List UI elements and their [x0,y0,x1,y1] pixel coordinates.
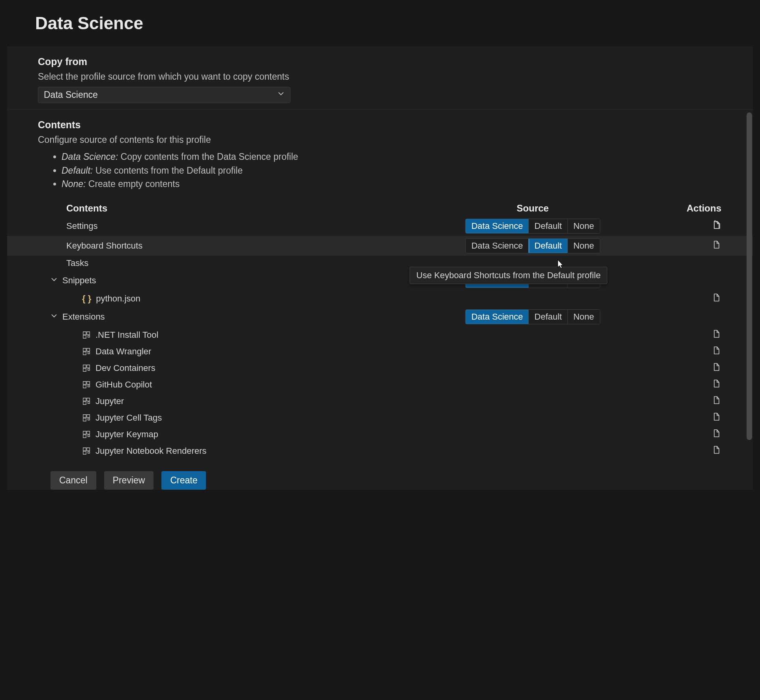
settings-source-default[interactable]: Default [528,219,567,233]
open-file-icon[interactable] [712,220,721,232]
create-button[interactable]: Create [161,471,206,490]
extension-icon [82,347,91,356]
row-ext-item: Jupyter Cell Tags [7,410,753,426]
header-source: Source [416,203,650,214]
extension-icon [82,447,91,455]
row-snippets-label: Snippets [62,275,96,286]
copy-from-heading: Copy from [38,56,737,67]
open-file-icon[interactable] [712,395,721,407]
header-contents: Contents [7,203,416,214]
bullet-default: Default: Use contents from the Default p… [62,164,737,178]
row-tasks: Tasks [7,256,753,271]
row-ext-item: .NET Install Tool [7,327,753,343]
ext-item-label: GitHub Copilot [95,380,152,390]
row-extensions: Extensions Data Science Default None [7,307,753,327]
row-ext-item: Jupyter Keymap [7,426,753,443]
extension-icon [82,397,91,406]
preview-button[interactable]: Preview [104,471,154,490]
extension-icon [82,414,91,422]
header-actions: Actions [650,203,737,214]
extension-icon [82,430,91,439]
open-file-icon[interactable] [712,412,721,424]
keyboard-source-none[interactable]: None [567,239,600,253]
contents-bullets: Data Science: Copy contents from the Dat… [38,150,737,191]
page-title: Data Science [0,0,760,42]
row-ext-item: GitHub Copilot [7,376,753,393]
keyboard-source-default[interactable]: Default [528,239,567,253]
row-ext-item: Jupyter [7,393,753,410]
keyboard-source-data-science[interactable]: Data Science [466,239,528,253]
tooltip: Use Keyboard Shortcuts from the Default … [410,267,607,284]
row-extensions-label: Extensions [62,312,105,322]
ext-item-label: Jupyter Notebook Renderers [95,446,206,456]
ext-item-label: Jupyter [95,396,124,406]
ext-item-label: Jupyter Keymap [95,429,158,440]
json-icon: { } [82,294,91,304]
settings-source-none[interactable]: None [567,219,600,233]
ext-item-label: .NET Install Tool [95,330,158,340]
snippet-file-label: python.json [96,294,140,304]
table-header-row: Contents Source Actions [7,200,753,216]
copy-from-desc: Select the profile source from which you… [38,71,737,82]
contents-heading: Contents [38,119,737,131]
chevron-down-icon[interactable] [51,312,58,322]
row-ext-item: Data Wrangler [7,343,753,360]
open-file-icon[interactable] [712,362,721,374]
copy-from-section: Copy from Select the profile source from… [7,47,753,109]
extension-icon [82,331,91,339]
extensions-source-data-science[interactable]: Data Science [466,310,528,324]
scrollbar[interactable] [747,112,752,440]
contents-section: Contents Configure source of contents fo… [7,109,753,197]
settings-source-group: Data Science Default None [465,219,600,234]
cancel-button[interactable]: Cancel [51,471,96,490]
settings-source-data-science[interactable]: Data Science [466,219,528,233]
open-file-icon[interactable] [712,429,721,440]
profile-editor-panel: Copy from Select the profile source from… [7,47,753,490]
extensions-source-none[interactable]: None [567,310,600,324]
copy-from-dropdown[interactable]: Data Science [38,87,290,103]
open-file-icon[interactable] [712,329,721,341]
footer-buttons: Cancel Preview Create [7,459,753,490]
keyboard-source-group: Data Science Default None [465,238,600,253]
row-settings: Settings Data Science Default None [7,216,753,236]
row-keyboard-shortcuts: Keyboard Shortcuts Data Science Default … [7,236,753,256]
chevron-down-icon[interactable] [51,275,58,286]
ext-item-label: Jupyter Cell Tags [95,413,162,423]
open-file-icon[interactable] [712,379,721,391]
extension-icon [82,380,91,389]
open-file-icon[interactable] [712,346,721,357]
row-ext-item: Dev Containers [7,360,753,376]
open-file-icon[interactable] [712,293,721,305]
row-keyboard-label: Keyboard Shortcuts [7,241,416,251]
ext-item-label: Dev Containers [95,363,155,373]
chevron-down-icon [277,90,285,99]
contents-desc: Configure source of contents for this pr… [38,135,737,145]
contents-table: Contents Source Actions Settings Data Sc… [7,200,753,459]
ext-item-label: Data Wrangler [95,346,151,357]
copy-from-selected: Data Science [44,90,98,100]
open-file-icon[interactable] [712,445,721,457]
bullet-none: None: Create empty contents [62,177,737,191]
bullet-data-science: Data Science: Copy contents from the Dat… [62,150,737,164]
row-settings-label: Settings [7,221,416,231]
extensions-source-default[interactable]: Default [528,310,567,324]
row-ext-item: Jupyter Notebook Renderers [7,443,753,459]
row-snippets: Snippets Data Science Default None [7,271,753,290]
extension-icon [82,364,91,372]
row-tasks-label: Tasks [7,258,416,268]
open-file-icon[interactable] [712,240,721,252]
extensions-source-group: Data Science Default None [465,309,600,324]
row-snippet-file: { } python.json [7,290,753,307]
